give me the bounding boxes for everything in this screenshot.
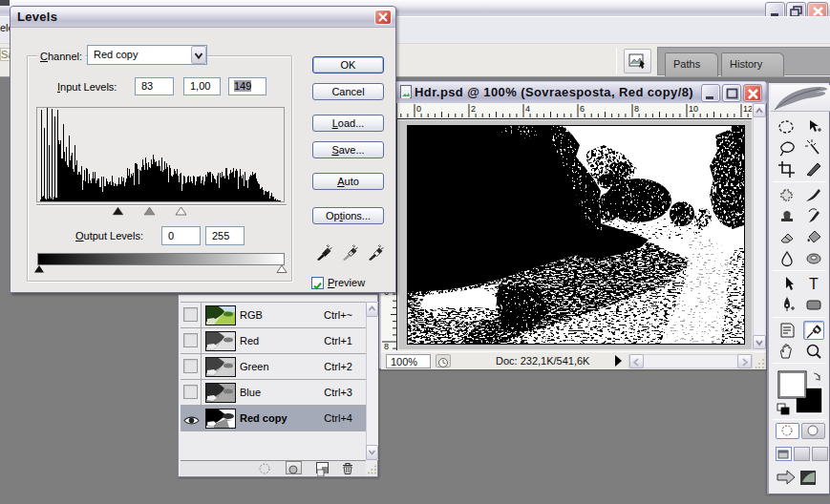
svg-text:10: 10	[689, 104, 698, 114]
svg-text:2: 2	[471, 104, 476, 114]
svg-text:8: 8	[384, 342, 389, 350]
svg-text:T: T	[809, 276, 819, 292]
svg-text:8: 8	[634, 104, 639, 114]
svg-text:6: 6	[580, 104, 585, 114]
svg-text:12: 12	[743, 104, 752, 114]
svg-text:4: 4	[525, 104, 530, 114]
svg-text:0: 0	[416, 104, 421, 114]
